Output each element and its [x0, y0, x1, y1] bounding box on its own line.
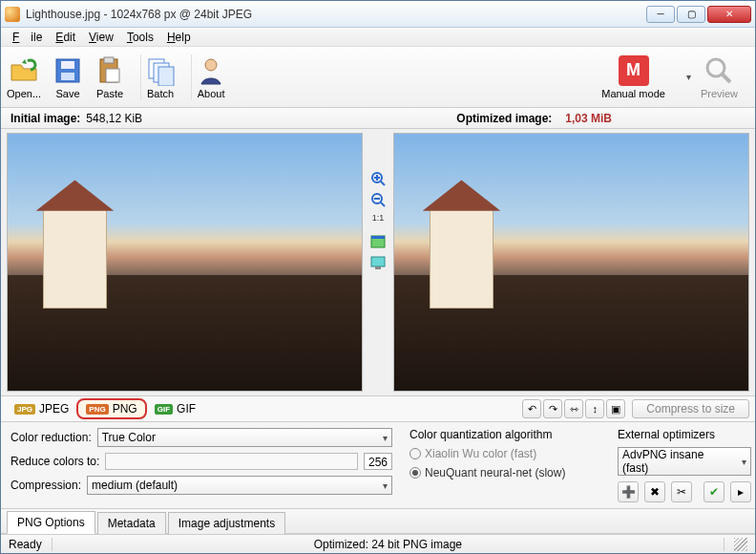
- person-about-icon: [196, 55, 226, 86]
- format-tab-gif[interactable]: GIFGIF: [147, 400, 203, 417]
- flip-v-button[interactable]: ↕: [585, 399, 604, 418]
- manual-mode-icon: M: [619, 55, 649, 86]
- options-panel: Color reduction: True Color Reduce color…: [1, 422, 755, 509]
- compression-label: Compression:: [10, 479, 81, 492]
- toolbar-separator: [140, 54, 141, 100]
- svg-rect-8: [158, 67, 174, 86]
- jpeg-badge-icon: JPG: [14, 404, 35, 415]
- resize-grip[interactable]: [734, 538, 747, 551]
- svg-line-11: [723, 75, 730, 82]
- remove-optimizer-button[interactable]: ✖: [644, 481, 665, 502]
- save-button[interactable]: Save: [52, 55, 83, 99]
- format-tab-jpeg[interactable]: JPGJPEG: [7, 400, 76, 417]
- svg-point-10: [707, 59, 724, 76]
- menu-file[interactable]: File: [7, 29, 48, 46]
- app-icon: [5, 7, 20, 22]
- svg-rect-1: [61, 61, 74, 69]
- about-label: About: [198, 88, 225, 99]
- initial-image-pane[interactable]: [7, 133, 363, 392]
- external-optimizers-combo[interactable]: AdvPNG insane (fast): [618, 447, 751, 476]
- reduce-colors-value[interactable]: 256: [364, 453, 392, 470]
- window-title: Lighthouse.jpg - 1024x768 px @ 24bit JPE…: [26, 8, 644, 21]
- menu-view[interactable]: View: [83, 29, 119, 46]
- svg-rect-4: [104, 57, 114, 63]
- paste-label: Paste: [96, 88, 123, 99]
- png-badge-icon: PNG: [86, 404, 108, 415]
- batch-label: Batch: [147, 88, 174, 99]
- tab-metadata[interactable]: Metadata: [97, 512, 166, 534]
- about-button[interactable]: About: [196, 55, 226, 99]
- run-button[interactable]: ▸: [730, 481, 751, 502]
- zoom-ratio-label[interactable]: 1:1: [370, 213, 386, 228]
- preview-label: Preview: [701, 88, 738, 99]
- apply-button[interactable]: ✔: [704, 481, 724, 502]
- rotate-left-button[interactable]: ↶: [522, 399, 541, 418]
- mode-dropdown-arrow[interactable]: ▾: [686, 72, 691, 82]
- crop-button[interactable]: ▣: [606, 399, 625, 418]
- bottom-tabs: PNG Options Metadata Image adjustments: [1, 509, 755, 534]
- maximize-button[interactable]: ▢: [677, 6, 705, 23]
- minimize-button[interactable]: ─: [646, 6, 675, 23]
- status-info: Optimized: 24 bit PNG image: [314, 538, 462, 551]
- titlebar: Lighthouse.jpg - 1024x768 px @ 24bit JPE…: [1, 1, 755, 28]
- gif-badge-icon: GIF: [155, 404, 173, 415]
- image-comparison-row: 1:1: [1, 129, 755, 395]
- add-optimizer-button[interactable]: ➕: [618, 481, 639, 502]
- open-button[interactable]: Open...: [7, 55, 41, 99]
- svg-line-13: [381, 181, 385, 185]
- menu-tools[interactable]: Tools: [121, 29, 159, 46]
- color-reduction-combo[interactable]: True Color: [97, 428, 392, 447]
- flip-h-button[interactable]: ⇿: [564, 399, 583, 418]
- fit-screen-icon[interactable]: [370, 255, 386, 270]
- app-window: Lighthouse.jpg - 1024x768 px @ 24bit JPE…: [0, 0, 756, 554]
- paste-button[interactable]: Paste: [94, 55, 125, 99]
- clipboard-paste-icon: [94, 55, 125, 86]
- format-tab-png[interactable]: PNGPNG: [76, 398, 146, 419]
- menu-help[interactable]: Help: [161, 29, 197, 46]
- magnifier-preview-icon: [704, 55, 734, 86]
- optimized-size-value: 1,03 MiB: [565, 112, 612, 125]
- optimized-image-pane[interactable]: [393, 133, 749, 392]
- compress-to-size-button[interactable]: Compress to size: [632, 399, 749, 418]
- open-label: Open...: [7, 88, 41, 99]
- manual-mode-button[interactable]: M Manual mode: [601, 55, 665, 99]
- svg-rect-5: [106, 69, 119, 82]
- reduce-colors-slider[interactable]: [105, 453, 358, 470]
- main-toolbar: Open... Save Paste Batch About M Manual …: [1, 47, 755, 108]
- svg-rect-21: [371, 257, 385, 266]
- zoom-in-icon[interactable]: [370, 171, 386, 186]
- format-bar: JPGJPEG PNGPNG GIFGIF ↶ ↷ ⇿ ↕ ▣ Compress…: [1, 395, 755, 422]
- size-info-bar: Initial image: 548,12 KiB Optimized imag…: [1, 108, 755, 129]
- initial-size-value: 548,12 KiB: [86, 112, 142, 125]
- rotate-right-button[interactable]: ↷: [543, 399, 562, 418]
- folder-open-icon: [9, 55, 39, 86]
- zoom-out-icon[interactable]: [370, 192, 386, 207]
- external-optimizers-title: External optimizers: [618, 428, 751, 441]
- toolbar-separator: [191, 54, 192, 100]
- svg-line-17: [381, 202, 385, 206]
- close-button[interactable]: ✕: [707, 6, 751, 23]
- save-label: Save: [56, 88, 80, 99]
- compression-combo[interactable]: medium (default): [87, 476, 392, 495]
- status-bar: Ready Optimized: 24 bit PNG image: [1, 534, 755, 553]
- configure-optimizer-button[interactable]: ✂: [671, 481, 692, 502]
- reduce-colors-label: Reduce colors to:: [10, 455, 99, 468]
- tab-png-options[interactable]: PNG Options: [7, 511, 95, 534]
- fit-window-icon[interactable]: [370, 234, 386, 249]
- quantization-title: Color quantization algorithm: [410, 428, 600, 441]
- tab-image-adjustments[interactable]: Image adjustments: [168, 512, 285, 534]
- optimized-size-label: Optimized image:: [456, 112, 552, 125]
- batch-button[interactable]: Batch: [145, 55, 176, 99]
- quant-xiaolin-radio: Xiaolin Wu color (fast): [410, 447, 600, 460]
- zoom-tools: 1:1: [368, 133, 388, 392]
- batch-icon: [145, 55, 176, 86]
- svg-point-9: [205, 59, 217, 71]
- window-buttons: ─ ▢ ✕: [644, 6, 751, 23]
- preview-button[interactable]: Preview: [701, 55, 738, 99]
- menu-edit[interactable]: Edit: [50, 29, 81, 46]
- manual-mode-label: Manual mode: [601, 88, 665, 99]
- quant-neuquant-radio[interactable]: NeuQuant neural-net (slow): [410, 466, 600, 479]
- svg-rect-20: [371, 236, 385, 239]
- menu-bar: File Edit View Tools Help: [1, 28, 755, 47]
- color-reduction-label: Color reduction:: [10, 431, 92, 444]
